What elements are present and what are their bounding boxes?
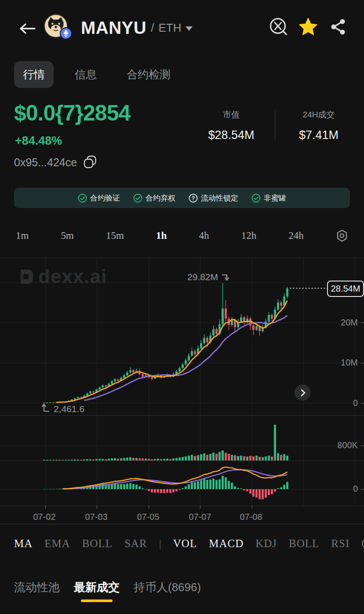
- volume-axis-label: 800K: [318, 440, 358, 450]
- indicator-obv[interactable]: OBV: [361, 537, 364, 550]
- share-icon: [329, 18, 347, 36]
- ma5-line: [57, 300, 288, 402]
- security-badge-bar: 合约验证合约弃权?流动性锁定非蜜罐: [14, 188, 350, 208]
- chevron-down-icon[interactable]: [186, 26, 193, 31]
- date-axis-label: 07-08: [240, 512, 262, 522]
- tab-行情[interactable]: 行情: [14, 61, 54, 88]
- volume-24h-value: $7.41M: [280, 128, 358, 142]
- date-axis-label: 07-05: [137, 512, 159, 522]
- price-axis-label: 10M: [318, 358, 358, 368]
- candlestick-layer: [43, 283, 288, 404]
- security-badge: 合约弃权: [133, 193, 175, 203]
- header-actions: [268, 17, 348, 37]
- high-marker-arrow-icon: [221, 273, 230, 282]
- check-circle-icon: [133, 194, 142, 203]
- page-tabs: 行情信息合约检测: [14, 61, 179, 88]
- back-button[interactable]: [18, 18, 38, 39]
- contract-address-row: 0x95...424ce: [14, 155, 97, 170]
- indicator-ma[interactable]: MA: [14, 537, 33, 550]
- timeframe-24h[interactable]: 24h: [288, 230, 304, 241]
- token-price: $0.0{7}2854: [14, 100, 130, 126]
- badge-label: 合约弃权: [146, 193, 175, 203]
- market-cap-label: 市值: [192, 109, 270, 121]
- indicator-sar[interactable]: SAR: [124, 537, 147, 550]
- share-button[interactable]: [328, 17, 348, 37]
- timeframe-15m[interactable]: 15m: [106, 230, 124, 241]
- star-icon: [298, 17, 318, 37]
- grid-layer: [0, 258, 364, 509]
- indicator-bar: MAEMABOLLSAR|VOLMACDKDJBOLLRSIOBVTRIX: [14, 533, 364, 554]
- price-axis-label: 0: [318, 398, 358, 408]
- back-arrow-icon: [19, 22, 36, 35]
- date-axis-label: 07-07: [189, 512, 211, 522]
- indicator-vol[interactable]: VOL: [173, 537, 197, 550]
- macd-axis-label: 0: [318, 484, 358, 494]
- badge-label: 非蜜罐: [264, 193, 286, 203]
- x-search-icon: [268, 17, 288, 37]
- copy-icon[interactable]: [83, 155, 97, 170]
- timeframe-5m[interactable]: 5m: [61, 230, 74, 241]
- badge-label: 合约验证: [90, 193, 120, 203]
- token-avatar: [44, 14, 69, 40]
- pair-separator: /: [151, 21, 154, 35]
- volume-24h-stat: 24H成交 $7.41M: [280, 109, 358, 142]
- indicator-boll[interactable]: BOLL: [82, 537, 113, 550]
- twitter-search-button[interactable]: [268, 17, 288, 37]
- indicator-boll[interactable]: BOLL: [289, 537, 319, 550]
- token-title[interactable]: MANYU / ETH: [81, 18, 193, 38]
- check-circle-icon: [78, 194, 87, 203]
- bottom-tab-持币人(8696)[interactable]: 持币人(8696): [134, 580, 201, 602]
- indicator-ema[interactable]: EMA: [44, 537, 70, 550]
- chart-high-label: 29.82M: [132, 272, 218, 282]
- chevron-right-icon: [299, 389, 307, 397]
- question-circle-icon: ?: [189, 194, 198, 203]
- bottom-tab-最新成交[interactable]: 最新成交: [74, 580, 120, 602]
- price-axis-label: 20M: [318, 318, 358, 328]
- indicator-kdj[interactable]: KDJ: [255, 537, 277, 550]
- timeframe-1m[interactable]: 1m: [16, 230, 29, 241]
- security-badge: 非蜜罐: [251, 193, 286, 203]
- volume-layer: [43, 425, 288, 460]
- stats-divider: [275, 111, 275, 140]
- token-detail-screen: MANYU / ETH 行情信息合约检测: [0, 0, 364, 614]
- token-name: MANYU: [81, 18, 146, 38]
- bottom-tab-流动性池[interactable]: 流动性池: [14, 580, 60, 602]
- chart-low-label: 2,461.6: [54, 404, 84, 414]
- eth-chain-badge-icon: [60, 27, 72, 40]
- timeframe-4h[interactable]: 4h: [199, 230, 209, 241]
- security-badge: ?流动性锁定: [189, 193, 238, 203]
- last-price-tag: 28.54M: [327, 281, 364, 297]
- badge-label: 流动性锁定: [201, 193, 238, 203]
- market-cap-stat: 市值 $28.54M: [192, 109, 270, 142]
- macd-layer: [43, 467, 288, 499]
- timeframe-1h[interactable]: 1h: [156, 230, 167, 241]
- indicator-divider: |: [159, 537, 161, 550]
- scroll-right-button[interactable]: [295, 384, 311, 401]
- indicator-rsi[interactable]: RSI: [331, 537, 349, 550]
- section-divider: [0, 524, 364, 524]
- market-cap-value: $28.54M: [192, 128, 270, 142]
- security-badge: 合约验证: [78, 193, 120, 203]
- check-circle-icon: [251, 194, 261, 203]
- date-axis-label: 07-03: [85, 512, 107, 522]
- contract-address: 0x95...424ce: [14, 156, 77, 169]
- timeframe-selector: 1m5m15m1h4h12h24h: [16, 227, 348, 244]
- favorite-button[interactable]: [298, 17, 318, 37]
- date-axis-label: 07-02: [33, 512, 55, 522]
- quote-symbol: ETH: [158, 21, 181, 35]
- price-change-24h: +84.48%: [15, 134, 62, 148]
- tab-合约检测[interactable]: 合约检测: [118, 61, 179, 88]
- svg-text:?: ?: [192, 195, 195, 201]
- volume-24h-label: 24H成交: [280, 109, 358, 121]
- bottom-tabs: 流动性池最新成交持币人(8696): [14, 580, 201, 606]
- stats-panel: 市值 $28.54M 24H成交 $7.41M: [192, 109, 358, 142]
- indicator-macd[interactable]: MACD: [209, 537, 244, 550]
- timeframe-12h[interactable]: 12h: [241, 230, 257, 241]
- low-marker-arrow-icon: [41, 402, 52, 413]
- chart-settings-icon[interactable]: [336, 229, 348, 242]
- tab-信息[interactable]: 信息: [66, 61, 106, 88]
